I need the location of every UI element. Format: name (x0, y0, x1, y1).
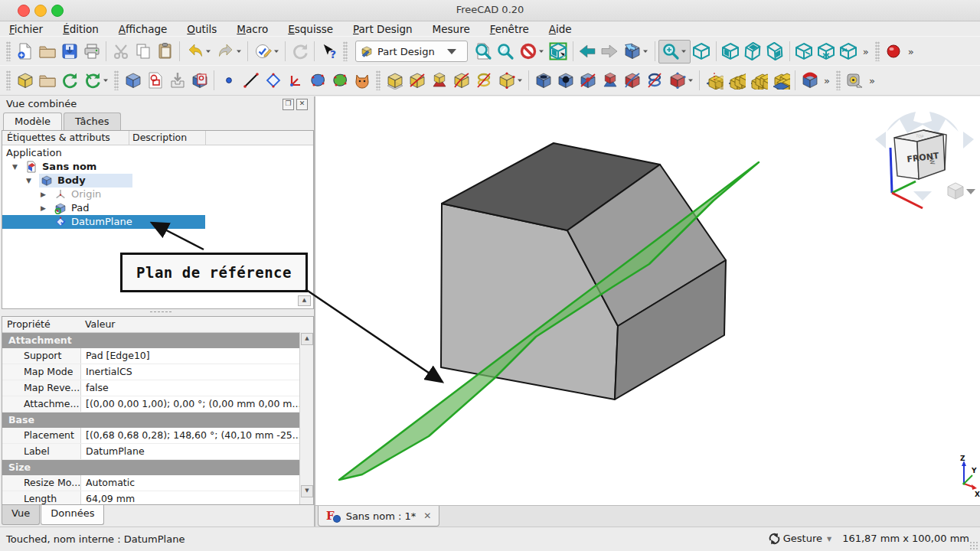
pad-solid[interactable] (441, 143, 726, 399)
menu-fenetre[interactable]: Fenêtre (490, 23, 529, 35)
tab-modele[interactable]: Modèle (3, 112, 62, 130)
menu-esquisse[interactable]: Esquisse (288, 23, 333, 35)
menu-outils[interactable]: Outils (187, 23, 217, 35)
hole-icon[interactable] (554, 70, 577, 92)
close-document-icon[interactable]: ✕ (423, 510, 431, 521)
sketch-on-face-icon[interactable] (188, 70, 211, 92)
navigation-cube[interactable]: FRONT W TOP (875, 112, 975, 208)
make-link-relative-icon[interactable] (80, 70, 111, 92)
expander-open-icon[interactable]: ▼ (26, 174, 31, 187)
toolbar-overflow-button[interactable]: » (866, 75, 878, 86)
tab-taches[interactable]: Tâches (64, 112, 121, 130)
pan-down-arrow-icon[interactable] (913, 191, 932, 201)
tree-row-body[interactable]: ▼ Body (2, 174, 313, 187)
copy-icon[interactable] (132, 41, 154, 63)
create-body-icon[interactable] (122, 70, 144, 92)
sub-shape-binder-icon[interactable] (328, 70, 351, 92)
zoom-tools-icon[interactable] (658, 40, 691, 64)
view-left-icon[interactable] (838, 41, 860, 63)
polar-pattern-icon[interactable] (747, 70, 769, 92)
shape-binder-icon[interactable] (306, 70, 328, 92)
menu-part-design[interactable]: Part Design (353, 23, 413, 35)
go-to-linked-object-icon[interactable] (621, 41, 652, 63)
mirrored-icon[interactable] (703, 70, 725, 92)
subtractive-loft-icon[interactable] (599, 70, 621, 92)
multi-transform-icon[interactable] (769, 70, 792, 92)
rotate-left-arrow-icon[interactable] (887, 112, 924, 133)
map-sketch-icon[interactable] (166, 70, 188, 92)
menu-affichage[interactable]: Affichage (119, 23, 167, 35)
whats-this-icon[interactable] (318, 41, 340, 63)
subtractive-primitive-icon[interactable] (665, 70, 696, 92)
rotate-right-arrow-icon[interactable] (921, 112, 959, 133)
new-document-icon[interactable] (14, 41, 36, 63)
additive-loft-icon[interactable] (428, 70, 450, 92)
axonometric-view-icon[interactable] (691, 41, 713, 63)
refresh-icon[interactable] (289, 41, 311, 63)
property-group-size[interactable]: Size (2, 460, 305, 475)
view-top-icon[interactable] (742, 41, 764, 63)
print-icon[interactable] (80, 41, 103, 63)
nav-back-icon[interactable] (577, 41, 599, 63)
local-coordinate-system-icon[interactable] (284, 70, 306, 92)
toolbar-grip[interactable] (114, 70, 119, 90)
fit-all-icon[interactable] (472, 41, 495, 63)
toolbar-grip[interactable] (376, 70, 381, 90)
tree-row-document[interactable]: ▼ Sans nom (2, 160, 313, 174)
pad-icon[interactable] (384, 70, 406, 92)
pan-left-arrow-icon[interactable] (875, 132, 886, 148)
draw-style-icon[interactable] (517, 41, 547, 63)
refresh-touched-icon[interactable] (251, 41, 282, 63)
toolbar-overflow-button[interactable]: » (905, 46, 917, 57)
create-part-icon[interactable] (14, 70, 36, 92)
navigation-style-caret-icon[interactable]: ▼ (827, 536, 831, 543)
measure-icon[interactable] (844, 70, 866, 92)
navigation-style-label[interactable]: Gesture (783, 533, 822, 544)
navcube-mini-cube-menu[interactable] (948, 183, 975, 199)
expander-closed-icon[interactable]: ▶ (41, 201, 46, 215)
groove-icon[interactable] (577, 70, 599, 92)
menu-aide[interactable]: Aide (549, 23, 572, 35)
fillet-icon[interactable] (799, 70, 821, 92)
toolbar-overflow-button[interactable]: » (821, 75, 833, 86)
make-link-icon[interactable] (58, 70, 80, 92)
scroll-down-icon[interactable]: ▼ (301, 485, 313, 497)
pocket-icon[interactable] (532, 70, 554, 92)
tree-row-pad[interactable]: ▶ Pad (2, 201, 313, 215)
view-rear-icon[interactable] (793, 41, 815, 63)
additive-primitive-icon[interactable] (495, 70, 525, 92)
toolbar-grip[interactable] (875, 41, 880, 61)
create-group-icon[interactable] (36, 70, 58, 92)
open-document-icon[interactable] (36, 41, 58, 63)
tab-donnees[interactable]: Données (41, 505, 104, 525)
toolbar-grip[interactable] (836, 70, 841, 90)
datum-plane-icon[interactable] (262, 70, 284, 92)
additive-pipe-icon[interactable] (450, 70, 472, 92)
create-sketch-icon[interactable] (144, 70, 166, 92)
menu-macro[interactable]: Macro (237, 23, 268, 35)
panel-splitter[interactable] (0, 308, 314, 315)
toolbar-overflow-button[interactable]: » (860, 46, 872, 57)
toolbar-grip[interactable] (343, 41, 348, 61)
clone-icon[interactable] (351, 70, 373, 92)
fit-selection-icon[interactable] (495, 41, 517, 63)
view-bottom-icon[interactable] (815, 41, 838, 63)
expander-closed-icon[interactable]: ▶ (41, 187, 46, 201)
tree-scroll-up-button[interactable]: ▲ (298, 295, 311, 306)
menu-fichier[interactable]: Fichier (9, 23, 43, 35)
view-front-icon[interactable] (720, 41, 742, 63)
pan-right-arrow-icon[interactable] (963, 132, 974, 148)
close-panel-icon[interactable]: ✕ (296, 99, 308, 110)
subtractive-pipe-icon[interactable] (621, 70, 643, 92)
menu-mesure[interactable]: Mesure (433, 23, 470, 35)
float-panel-icon[interactable]: ❐ (283, 99, 294, 110)
datum-line-icon[interactable] (240, 70, 262, 92)
property-group-attachment[interactable]: Attachment (2, 333, 305, 348)
view-right-icon[interactable] (764, 41, 786, 63)
scroll-up-icon[interactable]: ▲ (301, 333, 313, 345)
3d-viewport[interactable]: FRONT W TOP (315, 96, 980, 505)
property-group-base[interactable]: Base (2, 412, 305, 428)
cut-icon[interactable] (109, 41, 132, 63)
datum-point-icon[interactable] (217, 70, 240, 92)
navcube-menu-caret-icon[interactable] (966, 189, 975, 194)
